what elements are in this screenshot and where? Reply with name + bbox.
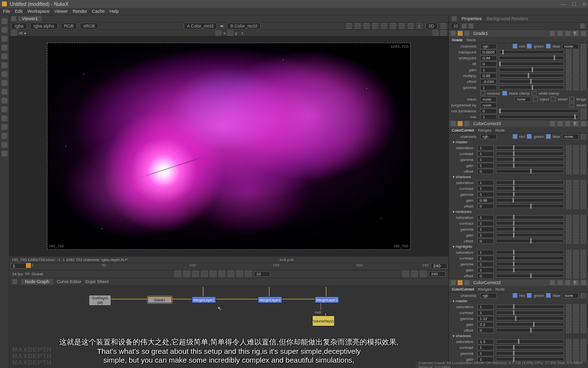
center-node-icon[interactable] — [458, 280, 463, 285]
param-split-icon[interactable] — [566, 192, 571, 197]
frame-tool-icon[interactable] — [11, 30, 17, 36]
channels-select[interactable]: rgb — [480, 134, 497, 139]
param-value-field[interactable]: 2.2 — [477, 322, 494, 327]
tool-icon[interactable] — [1, 71, 7, 77]
param-value-field[interactable]: 0.94 — [480, 55, 497, 61]
panel-menu-icon[interactable] — [11, 16, 16, 21]
param-slider[interactable] — [496, 345, 564, 349]
section-header[interactable]: shadows — [449, 174, 588, 180]
red-checkbox[interactable] — [513, 134, 517, 139]
tab-bg-renders[interactable]: Background Renders — [487, 16, 528, 21]
lock-icon[interactable] — [420, 270, 427, 277]
tab[interactable]: Node — [495, 128, 505, 132]
param-split-icon[interactable] — [566, 73, 571, 79]
param-value-field[interactable]: 1 — [477, 262, 494, 267]
lut-select[interactable]: sRGB — [80, 23, 98, 29]
param-slider[interactable] — [496, 311, 564, 315]
tab[interactable]: Ranges — [478, 287, 491, 291]
tool-icon[interactable] — [1, 124, 7, 130]
panel-tool-icon[interactable] — [550, 280, 555, 285]
timeline-ruler[interactable]: 1 1 50 100 150 200 240 240 — [9, 263, 448, 270]
param-value-field[interactable]: 1 — [477, 186, 494, 191]
float-panel-icon[interactable] — [581, 121, 586, 126]
menu-workspace[interactable]: Workspace — [27, 9, 49, 14]
scope-select[interactable]: Global — [32, 272, 43, 276]
param-anim-icon[interactable] — [573, 227, 579, 232]
param-toggle-icon[interactable] — [581, 328, 586, 333]
mix-lum-field[interactable]: 0 — [480, 108, 497, 114]
param-split-icon[interactable] — [566, 322, 571, 327]
mask-select[interactable]: none — [480, 97, 497, 102]
param-slider[interactable] — [496, 316, 564, 320]
float-panel-icon[interactable] — [581, 280, 586, 285]
param-toggle-icon[interactable] — [581, 316, 586, 321]
tool-icon[interactable] — [1, 142, 7, 148]
param-anim-icon[interactable] — [573, 310, 579, 315]
param-split-icon[interactable] — [566, 151, 571, 157]
param-split-icon[interactable] — [566, 163, 571, 168]
tab-properties[interactable]: Properties — [462, 16, 482, 21]
param-toggle-icon[interactable] — [581, 304, 586, 310]
float-panel-icon[interactable] — [581, 31, 586, 36]
panel-tool-icon[interactable] — [565, 121, 570, 126]
param-toggle-icon[interactable] — [581, 114, 586, 120]
param-split-icon[interactable] — [566, 180, 571, 185]
param-split-icon[interactable] — [566, 215, 571, 220]
param-slider[interactable] — [496, 163, 564, 167]
param-value-field[interactable]: 1 — [477, 267, 494, 273]
playback-tool-icon[interactable] — [411, 270, 418, 277]
param-value-field[interactable]: 1.3 — [477, 339, 494, 344]
param-anim-icon[interactable] — [573, 215, 579, 220]
tool-icon[interactable] — [1, 45, 7, 51]
param-slider[interactable] — [496, 186, 564, 190]
panel-icon[interactable] — [465, 31, 469, 36]
tab[interactable]: Node — [466, 38, 476, 42]
timeline-end-field-2[interactable]: 240 — [429, 271, 445, 277]
menu-edit[interactable]: Edit — [15, 9, 23, 14]
param-slider[interactable] — [496, 204, 564, 208]
param-toggle-icon[interactable] — [581, 145, 586, 151]
param-slider[interactable] — [496, 256, 564, 260]
tool-icon[interactable] — [1, 80, 7, 86]
playback-mode[interactable]: TF — [25, 272, 30, 276]
channel-extra-select[interactable]: none — [562, 44, 579, 49]
frame-tool-icon[interactable] — [433, 30, 439, 36]
param-toggle-icon[interactable] — [581, 151, 586, 157]
tool-icon[interactable] — [1, 115, 7, 121]
param-slider[interactable] — [496, 227, 564, 231]
frame-arrow-icon[interactable]: ▸ — [24, 31, 26, 35]
param-slider[interactable] — [496, 351, 564, 355]
param-split-icon[interactable] — [566, 339, 571, 344]
param-toggle-icon[interactable] — [581, 227, 586, 232]
timeline-end-field[interactable]: 240 — [431, 263, 447, 269]
node-grade[interactable]: Grade1 — [147, 296, 172, 303]
param-anim-icon[interactable] — [573, 256, 579, 261]
param-anim-icon[interactable] — [573, 186, 579, 191]
param-toggle-icon[interactable] — [581, 192, 586, 197]
param-split-icon[interactable] — [566, 351, 571, 356]
menu-help[interactable]: Help — [110, 9, 119, 14]
param-split-icon[interactable] — [566, 204, 571, 209]
param-value-field[interactable]: -0.034 — [480, 79, 497, 84]
param-anim-icon[interactable] — [573, 55, 579, 61]
param-split-icon[interactable] — [566, 310, 571, 315]
param-split-icon[interactable] — [566, 221, 571, 226]
axis-y-icon[interactable] — [227, 30, 233, 36]
step-back-key-icon[interactable] — [183, 270, 190, 277]
play-forward-icon[interactable] — [219, 270, 225, 277]
param-slider[interactable] — [496, 192, 564, 196]
param-toggle-icon[interactable] — [581, 134, 586, 139]
panel-icon[interactable] — [465, 280, 469, 285]
tool-icon[interactable] — [1, 98, 7, 104]
param-value-field[interactable]: 1 — [477, 256, 494, 261]
frame-tool-icon[interactable] — [441, 30, 446, 36]
param-value-field[interactable]: 1.12 — [477, 316, 494, 321]
channel-select[interactable]: rgba — [11, 23, 27, 29]
channel-extra-select[interactable]: none — [562, 134, 579, 139]
frame-increment-field[interactable]: 10 — [254, 271, 270, 277]
param-slider[interactable] — [496, 262, 564, 266]
viewer-tool-button[interactable] — [399, 23, 405, 29]
param-toggle-icon[interactable] — [581, 250, 586, 255]
param-value-field[interactable]: 1 — [477, 180, 494, 185]
playback-tool-icon[interactable] — [402, 270, 409, 277]
